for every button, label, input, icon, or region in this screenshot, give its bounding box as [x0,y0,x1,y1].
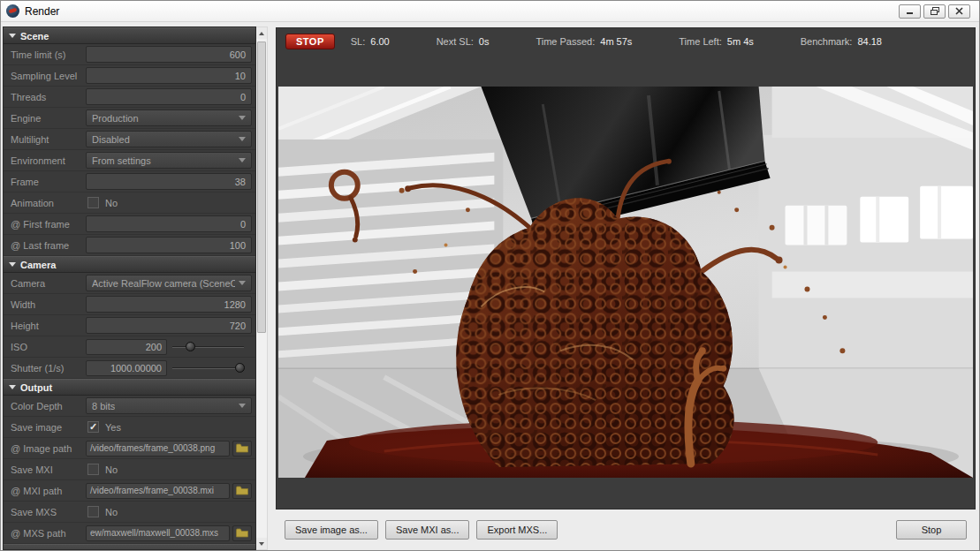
frame-field[interactable]: 38 [86,173,252,190]
shutter-value-field[interactable]: 1000.00000 [86,360,167,376]
section-title: Scene [20,31,49,42]
mxi-path-browse-button[interactable] [232,483,252,499]
titlebar: Render [1,1,979,22]
environment-dropdown[interactable]: From settings [86,152,252,169]
chevron-down-icon [239,137,246,141]
iso-field: 200 [86,338,252,355]
param-label: Time limit (s) [4,44,86,64]
chevron-down-icon [9,34,16,38]
section-header-partial[interactable] [4,544,255,550]
section-title: Camera [20,260,56,270]
param-label: Threads [4,87,86,107]
slider-track [172,367,244,369]
mxs-path-browse-button[interactable] [232,525,252,541]
maximize-icon [931,7,939,15]
footer-toolbar: Save image as... Save MXI as... Export M… [276,509,976,550]
row-color-depth: Color Depth 8 bits [4,396,255,417]
param-label: ISO [4,336,86,357]
param-label: @ Last frame [4,235,86,255]
row-image-path: @ Image path /video/frames/frame_00038.p… [4,438,255,459]
export-mxs-button[interactable]: Export MXS... [476,520,558,540]
save-image-checkbox[interactable]: ✓ [87,421,99,433]
arrow-up-icon [259,32,264,35]
minimize-button[interactable] [899,4,921,19]
slider-knob[interactable] [186,342,195,351]
last-frame-field[interactable]: 100 [86,237,252,253]
animation-checkbox[interactable] [87,197,99,208]
save-mxs-check-field: No [86,503,252,520]
section-header-camera[interactable]: Camera [4,256,255,273]
mxi-path-input[interactable]: /video/frames/frame_00038.mxi [86,483,230,499]
row-frame: Frame 38 [4,171,255,192]
checkbox-label: No [105,507,118,517]
image-path-input[interactable]: /video/frames/frame_00038.png [86,441,230,457]
checkbox-label: No [105,198,118,208]
multilight-dropdown[interactable]: Disabled [86,131,252,147]
slider-knob[interactable] [235,363,245,373]
row-iso: ISO 200 [4,336,255,358]
iso-value-field[interactable]: 200 [86,339,167,355]
parameters-panel: Scene Time limit (s) 600 Sampling Level … [3,26,256,550]
sidebar-column: Scene Time limit (s) 600 Sampling Level … [1,22,269,550]
save-mxi-as-button[interactable]: Save MXI as... [385,520,470,540]
chevron-down-icon [239,281,246,285]
row-time-limit: Time limit (s) 600 [4,44,255,65]
row-engine: Engine Production [4,108,255,129]
dropdown-value: Production [92,113,139,124]
image-path-browse-button[interactable] [232,441,252,457]
sl-status: SL:6.00 [351,36,390,47]
sampling-level-field[interactable]: 10 [86,67,252,84]
color-depth-dropdown[interactable]: 8 bits [86,397,252,414]
row-threads: Threads 0 [4,87,255,108]
camera-dropdown[interactable]: Active RealFlow camera (SceneCame [86,275,252,291]
save-mxi-check-field: No [86,461,252,478]
stop-button[interactable]: Stop [896,520,967,540]
render-viewport [277,55,975,509]
height-field[interactable]: 720 [86,317,252,334]
render-statusbar: STOP SL:6.00 Next SL:0s Time Passed:4m 5… [277,28,975,55]
width-field[interactable]: 1280 [86,296,252,313]
time-passed-status: Time Passed:4m 57s [536,36,632,47]
render-panel: STOP SL:6.00 Next SL:0s Time Passed:4m 5… [276,27,976,509]
param-label: Save image [4,417,86,437]
engine-dropdown[interactable]: Production [86,109,252,126]
param-label: Sampling Level [4,65,86,86]
statusbar-items: SL:6.00 Next SL:0s Time Passed:4m 57s Ti… [351,36,966,47]
section-header-output[interactable]: Output [4,379,255,396]
save-mxs-checkbox[interactable] [87,506,99,517]
time-left-status: Time Left:5m 4s [679,36,753,47]
main-area: STOP SL:6.00 Next SL:0s Time Passed:4m 5… [269,22,979,550]
param-label: Multilight [4,129,86,149]
iso-slider[interactable] [172,339,244,355]
section-header-scene[interactable]: Scene [4,27,255,44]
row-mxs-path: @ MXS path ew/maxwell/maxwell_00038.mxs [4,523,255,544]
checkbox-label: No [105,464,118,475]
scroll-down-button[interactable] [256,538,267,549]
sidebar-scrollbar[interactable] [256,26,268,550]
save-image-as-button[interactable]: Save image as... [285,520,378,540]
dropdown-value: From settings [92,155,151,166]
chevron-down-icon [239,158,246,162]
row-multilight: Multilight Disabled [4,129,255,150]
time-limit-field[interactable]: 600 [86,46,252,63]
scroll-up-button[interactable] [256,27,267,39]
threads-field[interactable]: 0 [86,88,252,105]
next-sl-status: Next SL:0s [437,36,490,47]
first-frame-field[interactable]: 0 [86,215,252,232]
shutter-slider[interactable] [172,360,244,376]
maximize-button[interactable] [923,4,946,19]
close-icon [955,7,963,15]
row-camera: Camera Active RealFlow camera (SceneCame [4,273,255,294]
mxs-path-input[interactable]: ew/maxwell/maxwell_00038.mxs [86,525,230,541]
stop-render-button[interactable]: STOP [285,34,335,49]
save-mxi-checkbox[interactable] [87,464,99,475]
row-save-image: Save image ✓ Yes [4,417,255,438]
row-animation: Animation No [4,192,255,214]
row-height: Height 720 [4,315,255,336]
close-button[interactable] [948,4,970,19]
scrollbar-thumb[interactable] [257,42,266,333]
image-path-field: /video/frames/frame_00038.png [86,440,252,457]
minimize-icon [906,7,914,15]
chevron-down-icon [9,262,16,267]
dropdown-value: 8 bits [92,401,115,411]
